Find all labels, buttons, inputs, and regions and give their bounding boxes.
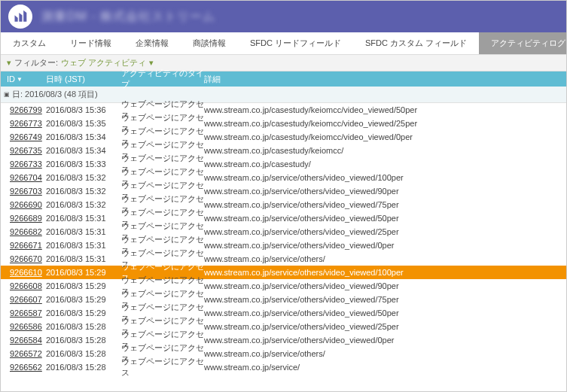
activity-detail: www.stream.co.jp/service/ (204, 363, 566, 372)
activity-id-link[interactable]: 9266670 (1, 254, 46, 263)
activity-id-link[interactable]: 9266671 (1, 241, 46, 250)
activity-detail: www.stream.co.jp/service/others/video_vi… (204, 322, 566, 331)
activity-detail: www.stream.co.jp/service/others/ (204, 349, 566, 358)
activity-date: 2016/08/3 15:28 (46, 322, 121, 331)
activity-detail: www.stream.co.jp/casestudy/keiomcc/video… (204, 132, 566, 141)
tab-1[interactable]: リード情報 (58, 32, 123, 54)
activity-detail: www.stream.co.jp/service/others/video_vi… (204, 268, 566, 277)
activity-id-link[interactable]: 9266799 (1, 105, 46, 114)
activity-date: 2016/08/3 15:31 (46, 227, 121, 236)
page-title: 測量DM - 株式会社ストリーム (41, 9, 215, 25)
activity-date: 2016/08/3 15:32 (46, 200, 121, 209)
table-row[interactable]: 92666072016/08/3 15:29ウェブページにアクセスwww.str… (1, 293, 566, 306)
activity-id-link[interactable]: 9266733 (1, 160, 46, 169)
activity-date: 2016/08/3 15:32 (46, 173, 121, 182)
table-row[interactable]: 92666892016/08/3 15:31ウェブページにアクセスwww.str… (1, 211, 566, 225)
activity-id-link[interactable]: 9266704 (1, 173, 46, 182)
column-header-row: ID ▼ 日時 (JST) アクティビティのタイプ 詳細 (1, 71, 566, 87)
table-row[interactable]: 92667352016/08/3 15:34ウェブページにアクセスwww.str… (1, 144, 566, 157)
table-row[interactable]: 92667492016/08/3 15:34ウェブページにアクセスwww.str… (1, 130, 566, 144)
activity-date: 2016/08/3 15:29 (46, 268, 121, 277)
table-row[interactable]: 92666902016/08/3 15:32ウェブページにアクセスwww.str… (1, 198, 566, 211)
table-row[interactable]: 92667032016/08/3 15:32ウェブページにアクセスwww.str… (1, 184, 566, 198)
activity-id-link[interactable]: 9266735 (1, 146, 46, 155)
activity-date: 2016/08/3 15:31 (46, 254, 121, 263)
table-row[interactable]: 92665872016/08/3 15:29ウェブページにアクセスwww.str… (1, 306, 566, 320)
table-row[interactable]: 92666082016/08/3 15:29ウェブページにアクセスwww.str… (1, 279, 566, 293)
tab-2[interactable]: 企業情報 (123, 32, 181, 54)
table-row[interactable]: 92666822016/08/3 15:31ウェブページにアクセスwww.str… (1, 225, 566, 239)
table-row[interactable]: 92665722016/08/3 15:28ウェブページにアクセスwww.str… (1, 347, 566, 360)
activity-detail: www.stream.co.jp/casestudy/keiomcc/ (204, 146, 566, 155)
tab-6[interactable]: アクティビティログ (479, 32, 567, 54)
activity-detail: www.stream.co.jp/service/others/video_vi… (204, 281, 566, 290)
table-row[interactable]: 92666102016/08/3 15:29ウェブページにアクセスwww.str… (1, 266, 566, 279)
filter-value[interactable]: ウェブ アクティビティ (61, 57, 146, 68)
column-header-detail[interactable]: 詳細 (204, 74, 566, 85)
activity-detail: www.stream.co.jp/service/others/video_vi… (204, 227, 566, 236)
activity-detail: www.stream.co.jp/service/others/video_vi… (204, 241, 566, 250)
column-header-date[interactable]: 日時 (JST) (46, 74, 121, 85)
table-row[interactable]: 92667042016/08/3 15:32ウェブページにアクセスwww.str… (1, 171, 566, 184)
activity-id-link[interactable]: 9266607 (1, 295, 46, 304)
table-row[interactable]: 92667992016/08/3 15:36ウェブページにアクセスwww.str… (1, 103, 566, 117)
activity-date: 2016/08/3 15:34 (46, 146, 121, 155)
tab-bar: カスタムリード情報企業情報商談情報SFDC リードフィールドSFDC カスタム … (1, 32, 566, 55)
app-header: 測量DM - 株式会社ストリーム (1, 1, 566, 32)
table-row[interactable]: 92665622016/08/3 15:28ウェブページにアクセスwww.str… (1, 360, 566, 374)
marketo-logo (8, 5, 32, 29)
activity-id-link[interactable]: 9266749 (1, 132, 46, 141)
activity-rows: 92667992016/08/3 15:36ウェブページにアクセスwww.str… (1, 103, 566, 374)
column-header-id[interactable]: ID ▼ (1, 74, 46, 84)
group-collapse-icon[interactable]: ▣ (4, 91, 10, 98)
marketo-logo-icon (13, 9, 28, 24)
activity-id-link[interactable]: 9266610 (1, 268, 46, 277)
activity-detail: www.stream.co.jp/casestudy/keiomcc/video… (204, 119, 566, 128)
table-row[interactable]: 92666712016/08/3 15:31ウェブページにアクセスwww.str… (1, 239, 566, 252)
tab-0[interactable]: カスタム (1, 32, 58, 54)
activity-id-link[interactable]: 9266703 (1, 187, 46, 196)
activity-id-link[interactable]: 9266608 (1, 281, 46, 290)
column-header-id-label: ID (7, 74, 15, 84)
tab-3[interactable]: 商談情報 (181, 32, 238, 54)
activity-date: 2016/08/3 15:28 (46, 349, 121, 358)
table-row[interactable]: 92666702016/08/3 15:31ウェブページにアクセスwww.str… (1, 252, 566, 266)
activity-detail: www.stream.co.jp/casestudy/keiomcc/video… (204, 105, 566, 114)
activity-detail: www.stream.co.jp/service/others/video_vi… (204, 295, 566, 304)
activity-date: 2016/08/3 15:36 (46, 105, 121, 114)
activity-date: 2016/08/3 15:34 (46, 132, 121, 141)
column-header-type[interactable]: アクティビティのタイプ (121, 68, 204, 90)
filter-label: フィルター: (14, 57, 58, 68)
activity-detail: www.stream.co.jp/service/others/ (204, 254, 566, 263)
activity-detail: www.stream.co.jp/service/others/video_vi… (204, 336, 566, 345)
filter-bar: ▾ フィルター: ウェブ アクティビティ ▾ (1, 55, 566, 71)
activity-id-link[interactable]: 9266572 (1, 349, 46, 358)
activity-id-link[interactable]: 9266587 (1, 308, 46, 318)
activity-detail: www.stream.co.jp/casestudy/ (204, 160, 566, 169)
activity-type: ウェブページにアクセス (121, 356, 204, 378)
activity-id-link[interactable]: 9266689 (1, 214, 46, 223)
table-row[interactable]: 92667732016/08/3 15:35ウェブページにアクセスwww.str… (1, 117, 566, 130)
activity-date: 2016/08/3 15:29 (46, 281, 121, 290)
activity-date: 2016/08/3 15:31 (46, 241, 121, 250)
sort-desc-icon: ▼ (17, 76, 23, 83)
activity-id-link[interactable]: 9266562 (1, 363, 46, 372)
filter-icon: ▾ (7, 58, 11, 68)
activity-detail: www.stream.co.jp/service/others/video_vi… (204, 214, 566, 223)
activity-id-link[interactable]: 9266690 (1, 200, 46, 209)
activity-date: 2016/08/3 15:28 (46, 336, 121, 345)
activity-id-link[interactable]: 9266773 (1, 119, 46, 128)
activity-id-link[interactable]: 9266682 (1, 227, 46, 236)
activity-id-link[interactable]: 9266584 (1, 336, 46, 345)
tab-5[interactable]: SFDC カスタム フィールド (353, 32, 479, 54)
activity-date: 2016/08/3 15:35 (46, 119, 121, 128)
table-row[interactable]: 92667332016/08/3 15:33ウェブページにアクセスwww.str… (1, 157, 566, 171)
filter-dropdown-icon[interactable]: ▾ (149, 58, 154, 68)
group-row[interactable]: ▣ 日: 2016/08/3 (48 項目) (1, 87, 566, 103)
table-row[interactable]: 92665842016/08/3 15:28ウェブページにアクセスwww.str… (1, 333, 566, 347)
activity-detail: www.stream.co.jp/service/others/video_vi… (204, 308, 566, 318)
tab-4[interactable]: SFDC リードフィールド (238, 32, 353, 54)
activity-date: 2016/08/3 15:33 (46, 160, 121, 169)
activity-id-link[interactable]: 9266586 (1, 322, 46, 331)
table-row[interactable]: 92665862016/08/3 15:28ウェブページにアクセスwww.str… (1, 320, 566, 333)
